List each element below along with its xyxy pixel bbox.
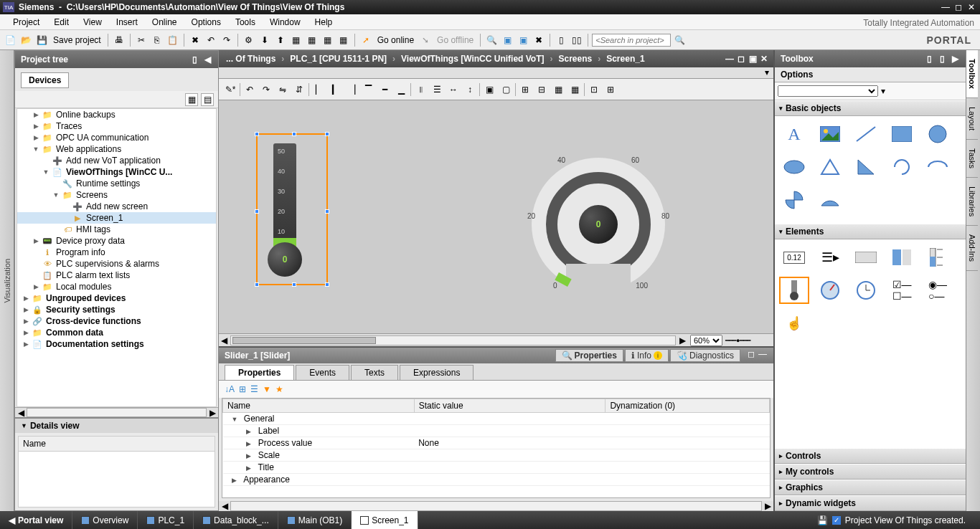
elements-section[interactable]: ▾Elements [775, 224, 966, 239]
delete-icon[interactable]: ✖ [188, 33, 202, 47]
tree-item[interactable]: 🔧Runtime settings [17, 178, 216, 189]
circle-tool[interactable] [923, 120, 953, 148]
status-save-icon[interactable]: 💾 [817, 515, 828, 525]
ellipse-segment-tool[interactable] [923, 153, 953, 181]
details-view-header[interactable]: ▼ Details view [15, 419, 218, 433]
vtab-layout[interactable]: Layout [966, 98, 978, 140]
portal-view-button[interactable]: ◀Portal view [0, 511, 72, 529]
zoom-select[interactable]: 60% [690, 335, 722, 346]
close-button[interactable]: ✕ [966, 2, 977, 12]
property-row[interactable]: ▶ Process valueNone [223, 437, 770, 449]
ellipse-tool[interactable] [779, 153, 809, 181]
split-v-icon[interactable]: ▯▯ [570, 33, 584, 47]
menu-tools[interactable]: Tools [228, 16, 263, 29]
go-online-button[interactable]: Go online [374, 35, 417, 45]
button-tool[interactable] [851, 244, 881, 271]
tree-item[interactable]: ▶Screen_1 [17, 212, 216, 224]
tool5-icon[interactable]: ▣ [500, 33, 514, 47]
tree-item[interactable]: ▶📁Common data [17, 327, 216, 338]
print-icon[interactable]: 🖶 [112, 33, 126, 47]
grid-icon[interactable]: ⊡ [587, 82, 601, 97]
left-vertical-tab[interactable]: Visualization [0, 50, 14, 511]
checkbox-tool[interactable]: ☑—☐— [887, 277, 917, 304]
favorite-icon[interactable]: ★ [275, 384, 283, 394]
tree-item[interactable]: ▼📁Web applications [17, 143, 216, 155]
tree-item[interactable]: ▶📁Ungrouped devices [17, 292, 216, 304]
devices-tab[interactable]: Devices [21, 72, 69, 88]
split-h-icon[interactable]: ▯ [554, 33, 568, 47]
slider-tool[interactable] [779, 277, 809, 304]
vtab-libraries[interactable]: Libraries [966, 178, 978, 226]
crumb-1[interactable]: PLC_1 [CPU 1511-1 PN] [287, 54, 390, 64]
tree-item[interactable]: ℹProgram info [17, 247, 216, 258]
snap-icon[interactable]: ⊞ [603, 82, 618, 97]
editor-restore-icon[interactable]: ◻ [736, 54, 746, 64]
line-tool[interactable] [851, 120, 881, 148]
align-middle-icon[interactable]: ━ [377, 82, 392, 97]
status-tab[interactable]: Screen_1 [352, 511, 418, 529]
maximize-button[interactable]: ◻ [953, 2, 964, 12]
rotate-right-icon[interactable]: ↷ [259, 82, 273, 97]
search-input[interactable] [592, 34, 671, 47]
screen-canvas[interactable]: 50 40 30 20 10 0 0 0 20 40 [219, 100, 773, 333]
properties-grid[interactable]: Name Static value Dynamization (0) ▼ Gen… [222, 398, 771, 498]
io-field-tool[interactable]: 0.12 [779, 244, 809, 271]
tree-item[interactable]: 👁PLC supervisions & alarms [17, 258, 216, 270]
tree-item[interactable]: 📋PLC alarm text lists [17, 270, 216, 281]
tree-item[interactable]: ▶📁Traces [17, 120, 216, 132]
copy-icon[interactable]: ⎘ [150, 33, 164, 47]
status-tab[interactable]: Data_block_... [194, 511, 278, 529]
listbox-tool[interactable]: ☰▸ [815, 244, 845, 271]
crumb-4[interactable]: Screen_1 [603, 54, 647, 64]
layer2-icon[interactable]: ▦ [567, 82, 582, 97]
align-center-icon[interactable]: ▎ [328, 82, 342, 97]
menu-help[interactable]: Help [308, 16, 340, 29]
save-icon[interactable]: 💾 [34, 33, 49, 47]
status-tab[interactable]: PLC_1 [138, 511, 194, 529]
filter-icon[interactable]: ▼ [263, 384, 271, 394]
sub-tab-texts[interactable]: Texts [351, 365, 398, 380]
save-project-button[interactable]: Save project [50, 35, 104, 45]
status-tab[interactable]: Overview [72, 511, 138, 529]
segment-tool[interactable] [815, 186, 845, 214]
tool6-icon[interactable]: ▣ [516, 33, 530, 47]
menu-online[interactable]: Online [145, 16, 184, 29]
redo-icon[interactable]: ↷ [220, 33, 234, 47]
align-left-icon[interactable]: ▏ [311, 82, 326, 97]
status-tab[interactable]: Main (OB1) [278, 511, 352, 529]
tree-item[interactable]: ▶📄Documentation settings [17, 338, 216, 350]
search-go-icon[interactable]: 🔍 [672, 33, 687, 47]
toolbox-view-icon[interactable]: ▯ [924, 54, 934, 64]
pointer-icon[interactable]: ✎* [223, 82, 237, 97]
tree-item[interactable]: ▶📁Online backups [17, 109, 216, 120]
text-tool[interactable]: A [779, 120, 809, 148]
send-back-icon[interactable]: ▢ [499, 82, 513, 97]
slider-widget[interactable]: 50 40 30 20 10 0 [270, 143, 314, 280]
toolbox-pin-icon[interactable]: ▯ [937, 54, 947, 64]
menu-edit[interactable]: Edit [47, 16, 76, 29]
expand-all-icon[interactable]: ⊞ [239, 384, 246, 394]
download-icon[interactable]: ⬇ [258, 33, 272, 47]
editor-close-icon[interactable]: ✕ [759, 54, 769, 64]
editor-max-icon[interactable]: ▣ [748, 54, 758, 64]
menu-window[interactable]: Window [263, 16, 308, 29]
sort-icon[interactable]: ↓A [225, 384, 235, 394]
radio-tool[interactable]: ◉—○— [923, 277, 953, 304]
open-icon[interactable]: 📂 [19, 33, 33, 47]
collapse-all-icon[interactable]: ☰ [250, 384, 258, 394]
arc-tool[interactable] [887, 153, 917, 181]
touch-area-tool[interactable]: ☝ [779, 310, 809, 337]
tool2-icon[interactable]: ▦ [305, 33, 319, 47]
tree-item[interactable]: ▼📁Screens [17, 189, 216, 201]
vtab-toolbox[interactable]: Toolbox [966, 50, 978, 98]
rectangle-tool[interactable] [887, 120, 917, 148]
status-check-icon[interactable]: ✓ [832, 516, 841, 525]
options-dropdown-icon[interactable]: ▾ [881, 86, 885, 96]
tree-scroll-right[interactable]: ▶ [207, 408, 218, 417]
ungroup-icon[interactable]: ⊟ [534, 82, 549, 97]
crumb-2[interactable]: ViewOfThings [WinCC Unified VoT] [398, 54, 547, 64]
new-icon[interactable]: 📄 [3, 33, 17, 47]
menu-view[interactable]: View [76, 16, 109, 29]
property-row[interactable]: ▶ Label [223, 425, 770, 437]
props-min-icon[interactable]: — [758, 349, 768, 362]
